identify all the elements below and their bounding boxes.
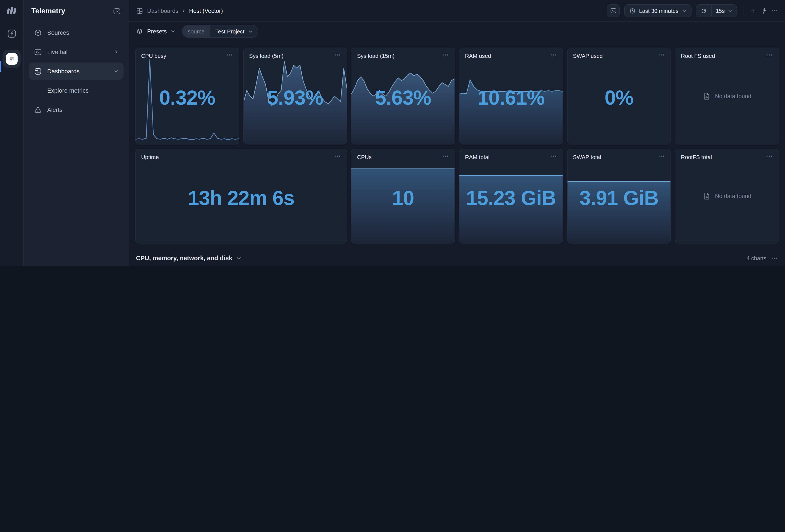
sidebar-title: Telemetry: [31, 7, 65, 16]
breadcrumb-current: Host (Vector): [189, 7, 223, 14]
dashboard-board: CPU busy••• 0.32% Sys load (5m)••• 5.93%…: [129, 41, 785, 266]
section-title-toggle[interactable]: CPU, memory, network, and disk: [136, 255, 241, 262]
sidebar-item-label: Sources: [47, 29, 69, 36]
sidebar-item-explore-metrics[interactable]: Explore metrics: [38, 82, 124, 99]
topbar-more-icon[interactable]: •••: [771, 8, 778, 13]
dashboard-grid-icon: [34, 67, 42, 75]
app-rail: R NF: [0, 0, 24, 266]
presets-selector[interactable]: Presets: [136, 28, 175, 35]
section-header-basic: CPU, memory, network, and disk 4 charts …: [136, 255, 778, 262]
chevron-down-icon: [682, 9, 686, 12]
stat-card-swap-used: SWAP used••• 0%: [567, 48, 671, 144]
card-title: Sys load (15m): [357, 53, 395, 59]
clock-icon: [629, 7, 636, 14]
card-title: RAM used: [465, 53, 491, 59]
topbar-controls: Last 30 minutes 15s: [607, 4, 778, 17]
telemetry-rail-icon-active[interactable]: [3, 50, 21, 68]
quick-actions-bolt-icon[interactable]: [761, 7, 767, 14]
presets-label: Presets: [147, 28, 167, 34]
card-title: RAM total: [465, 154, 489, 160]
stat-value: 15.23 GiB: [459, 186, 563, 209]
sidebar-item-label: Dashboards: [47, 68, 80, 75]
stat-card-sys-load-15m: Sys load (15m)••• 5.63%: [351, 48, 455, 144]
cube-icon: [34, 28, 42, 37]
card-title: Uptime: [141, 154, 159, 160]
breadcrumb: Dashboards Host (Vector): [136, 7, 223, 15]
card-menu-icon[interactable]: •••: [658, 53, 665, 57]
time-range-selector[interactable]: Last 30 minutes: [624, 4, 691, 17]
card-title: CPU busy: [141, 53, 166, 59]
stat-value: 10.61%: [459, 86, 563, 109]
time-range-value: Last 30 minutes: [639, 7, 679, 14]
stat-value: 0.32%: [135, 86, 239, 109]
refresh-button[interactable]: [696, 5, 711, 17]
section-title: CPU, memory, network, and disk: [136, 255, 232, 262]
no-data-label: No data found: [715, 193, 752, 200]
chevron-right-icon: [182, 9, 185, 12]
add-panel-icon[interactable]: [749, 7, 757, 15]
stat-card-cpu-busy: CPU busy••• 0.32%: [135, 48, 239, 144]
source-filter[interactable]: source Test Project: [182, 25, 258, 38]
card-title: Root FS used: [681, 53, 715, 59]
sidebar-item-dashboards[interactable]: Dashboards: [29, 62, 124, 80]
layers-icon: [136, 28, 143, 35]
refresh-interval-value: 15s: [716, 7, 725, 14]
card-menu-icon[interactable]: •••: [335, 53, 341, 57]
sidebar: Telemetry Sources Live tail Dashboard: [24, 0, 129, 266]
card-menu-icon[interactable]: •••: [442, 53, 449, 57]
events-rail-icon[interactable]: [4, 26, 19, 41]
card-title: Sys load (5m): [249, 53, 283, 59]
chevron-down-icon: [248, 30, 252, 33]
card-title: SWAP total: [573, 154, 601, 160]
sidebar-collapse-icon[interactable]: [113, 7, 121, 15]
chevron-down-icon: [728, 9, 732, 12]
stat-row-2: Uptime••• 13h 22m 6s CPUs••• 10 RAM tota…: [135, 149, 779, 243]
card-menu-icon[interactable]: •••: [766, 53, 773, 57]
card-menu-icon[interactable]: •••: [766, 154, 773, 158]
stat-card-sys-load-5m: Sys load (5m)••• 5.93%: [243, 48, 347, 144]
card-menu-icon[interactable]: •••: [227, 53, 233, 57]
sidebar-item-sources[interactable]: Sources: [29, 24, 124, 41]
sidebar-item-label: Alerts: [47, 106, 62, 113]
sidebar-item-label: Live tail: [47, 49, 68, 55]
terminal-view-button[interactable]: [607, 4, 620, 17]
topbar: Dashboards Host (Vector) Last 30 minutes: [129, 0, 785, 22]
source-filter-value: Test Project: [216, 28, 245, 34]
section-menu-icon[interactable]: •••: [771, 256, 778, 260]
refresh-control: 15s: [695, 4, 737, 17]
card-menu-icon[interactable]: •••: [550, 53, 557, 57]
card-menu-icon[interactable]: •••: [658, 154, 665, 158]
refresh-interval-selector[interactable]: 15s: [711, 5, 736, 17]
toolbar-divider: [743, 6, 743, 15]
sidebar-item-live-tail[interactable]: Live tail: [29, 43, 124, 60]
stat-card-cpus: CPUs••• 10: [351, 149, 455, 243]
main-panel: Dashboards Host (Vector) Last 30 minutes: [129, 0, 785, 266]
card-menu-icon[interactable]: •••: [335, 154, 341, 158]
stat-card-ram-used: RAM used••• 10.61%: [459, 48, 563, 144]
filter-bar: Presets source Test Project: [129, 22, 785, 41]
no-data-doc-icon: [703, 92, 711, 100]
card-menu-icon[interactable]: •••: [442, 154, 449, 158]
breadcrumb-dashboards[interactable]: Dashboards: [147, 7, 178, 14]
stat-value: 0%: [567, 86, 670, 109]
alert-triangle-icon: [34, 106, 42, 114]
stat-value: 3.91 GiB: [567, 186, 670, 209]
refresh-icon: [700, 7, 707, 14]
sidebar-item-label: Explore metrics: [47, 87, 88, 94]
chevron-down-icon: [114, 70, 119, 73]
terminal-icon: [34, 48, 42, 56]
card-title: CPUs: [357, 154, 372, 160]
card-title: SWAP used: [573, 53, 603, 59]
stat-card-swap-total: SWAP total••• 3.91 GiB: [567, 149, 671, 243]
stat-card-rootfs-total: RootFS total••• No data found: [675, 149, 779, 243]
stat-card-uptime: Uptime••• 13h 22m 6s: [135, 149, 347, 243]
stat-value: 5.63%: [352, 86, 455, 109]
card-menu-icon[interactable]: •••: [550, 154, 557, 158]
section-chart-count: 4 charts: [746, 255, 766, 261]
sidebar-item-alerts[interactable]: Alerts: [29, 101, 124, 118]
no-data-doc-icon: [703, 192, 711, 200]
dashboard-grid-icon: [136, 7, 143, 15]
brand-logo-icon[interactable]: [6, 6, 17, 15]
chevron-down-icon: [171, 30, 175, 33]
stat-value: 5.93%: [244, 86, 347, 109]
